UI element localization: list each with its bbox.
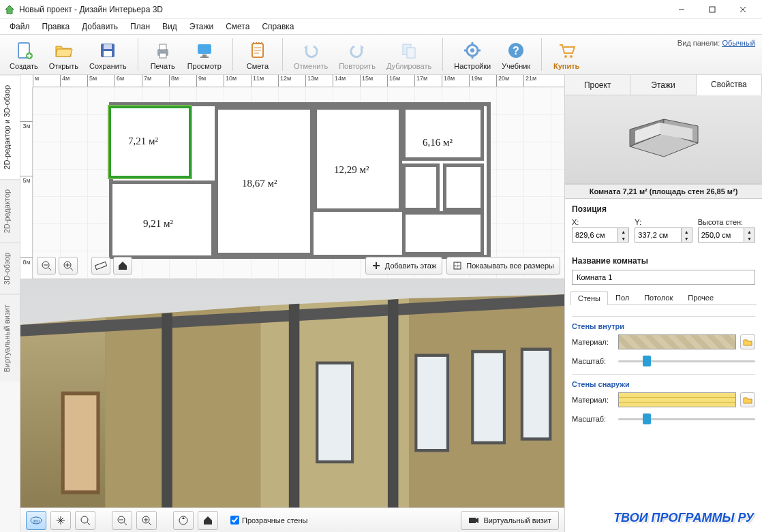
menu-estimate[interactable]: Смета bbox=[220, 20, 255, 33]
show-sizes-button[interactable]: Показывать все размеры bbox=[446, 257, 560, 275]
side-tab-2d[interactable]: 2D-редактор bbox=[0, 179, 20, 242]
preview-button[interactable]: Просмотр bbox=[182, 38, 227, 72]
menu-plan[interactable]: План bbox=[125, 20, 155, 33]
ruler-horizontal: м 4м 5м 6м 7м 8м 9м 10м 11м 12м 13м 14м … bbox=[33, 75, 564, 87]
browse-inner-material[interactable] bbox=[740, 334, 755, 349]
close-button[interactable] bbox=[727, 0, 758, 19]
plan-view[interactable]: м 4м 5м 6м 7м 8м 9м 10м 11м 12м 13м 14м … bbox=[20, 75, 564, 279]
home-button[interactable] bbox=[113, 257, 132, 275]
add-floor-button[interactable]: Добавить этаж bbox=[365, 257, 442, 275]
browse-outer-material[interactable] bbox=[740, 392, 755, 407]
menu-file[interactable]: Файл bbox=[4, 20, 35, 33]
svg-rect-11 bbox=[159, 53, 166, 58]
spin-down[interactable]: ▼ bbox=[618, 235, 628, 242]
bottom-toolbar: 360 Прозрачные стены Виртуальный визит bbox=[20, 507, 564, 532]
menu-edit[interactable]: Правка bbox=[37, 20, 76, 33]
home-3d-button[interactable] bbox=[198, 511, 218, 530]
buy-button[interactable]: Купить bbox=[547, 38, 585, 72]
zoom-in-3d[interactable] bbox=[136, 511, 157, 530]
height-input[interactable]: ▲▼ bbox=[698, 228, 755, 242]
walls-outside-heading: Стены снаружи bbox=[572, 380, 755, 388]
print-button[interactable]: Печать bbox=[144, 38, 182, 72]
x-input[interactable]: ▲▼ bbox=[572, 228, 629, 242]
room-name-input[interactable] bbox=[572, 270, 755, 285]
subtab-walls[interactable]: Стены bbox=[570, 291, 608, 305]
duplicate-icon bbox=[398, 40, 420, 61]
subtab-ceiling[interactable]: Потолок bbox=[637, 290, 680, 304]
svg-rect-7 bbox=[104, 44, 112, 49]
menu-add[interactable]: Добавить bbox=[76, 20, 123, 33]
subtab-other[interactable]: Прочее bbox=[680, 290, 721, 304]
room-area-5: 9,21 м² bbox=[143, 218, 173, 230]
zoom-out-button[interactable] bbox=[37, 257, 56, 275]
undo-button[interactable]: Отменить bbox=[288, 38, 333, 72]
room-title: Комната 7,21 м² (площадь стен 26,85 м²) bbox=[565, 184, 762, 199]
save-icon bbox=[97, 40, 119, 61]
inner-material-swatch[interactable] bbox=[618, 334, 736, 349]
monitor-icon bbox=[194, 40, 215, 61]
subtabs: Стены Пол Потолок Прочее bbox=[570, 290, 757, 305]
toolbar: Создать Открыть Сохранить Печать Просмот… bbox=[0, 34, 762, 75]
outer-material-swatch[interactable] bbox=[618, 392, 736, 407]
svg-line-57 bbox=[124, 522, 127, 525]
svg-point-27 bbox=[570, 55, 573, 58]
redo-button[interactable]: Повторить bbox=[333, 38, 381, 72]
reset-view-button[interactable] bbox=[173, 511, 194, 530]
cart-icon bbox=[555, 40, 577, 61]
spin-up[interactable]: ▲ bbox=[618, 228, 628, 235]
outer-scale-slider[interactable] bbox=[618, 411, 755, 426]
tab-floors[interactable]: Этажи bbox=[630, 75, 696, 95]
side-tab-2d3d[interactable]: 2D-редактор и 3D-обзор bbox=[0, 75, 20, 179]
subtab-floor[interactable]: Пол bbox=[608, 290, 637, 304]
maximize-button[interactable] bbox=[697, 0, 727, 19]
zoom-out-3d[interactable] bbox=[112, 511, 132, 530]
menu-help[interactable]: Справка bbox=[256, 20, 299, 33]
settings-button[interactable]: Настройки bbox=[448, 38, 496, 72]
folder-icon bbox=[743, 396, 752, 404]
pan-button[interactable] bbox=[50, 511, 71, 530]
estimate-button[interactable]: Смета bbox=[239, 38, 277, 72]
panel-mode-link[interactable]: Обычный bbox=[722, 39, 755, 47]
svg-rect-12 bbox=[198, 44, 211, 54]
tab-project[interactable]: Проект bbox=[565, 75, 630, 95]
zoom-button[interactable] bbox=[75, 511, 95, 530]
redo-icon bbox=[346, 40, 368, 61]
camera-icon bbox=[468, 516, 479, 525]
room-preview bbox=[565, 95, 762, 184]
open-button[interactable]: Открыть bbox=[44, 38, 84, 72]
duplicate-button[interactable]: Дублировать bbox=[381, 38, 437, 72]
measure-button[interactable] bbox=[91, 257, 110, 275]
tab-properties[interactable]: Свойства bbox=[697, 75, 762, 95]
y-input[interactable]: ▲▼ bbox=[635, 228, 692, 242]
side-tab-3d[interactable]: 3D-обзор bbox=[0, 242, 20, 294]
svg-point-19 bbox=[470, 48, 474, 52]
inner-scale-slider[interactable] bbox=[618, 354, 755, 369]
3d-view[interactable] bbox=[20, 279, 564, 507]
svg-line-54 bbox=[87, 522, 90, 525]
window-title: Новый проект - Дизайн Интерьера 3D bbox=[19, 5, 666, 14]
create-button[interactable]: Создать bbox=[4, 38, 44, 72]
svg-rect-63 bbox=[469, 518, 476, 523]
room-area-3: 18,67 м² bbox=[242, 178, 277, 189]
app-icon bbox=[4, 4, 15, 15]
ruler-vertical: 3м 5м 8м bbox=[20, 87, 33, 279]
room-name-heading: Название комнаты bbox=[572, 256, 755, 266]
svg-marker-43 bbox=[162, 313, 172, 507]
tutorial-button[interactable]: ?Учебник bbox=[496, 38, 536, 72]
transparent-walls-checkbox[interactable]: Прозрачные стены bbox=[230, 516, 307, 525]
menu-view[interactable]: Вид bbox=[157, 20, 183, 33]
svg-text:360: 360 bbox=[33, 519, 40, 523]
menu-floors[interactable]: Этажи bbox=[184, 20, 219, 33]
gear-icon bbox=[461, 40, 483, 61]
room-area-2: 6,16 м² bbox=[423, 137, 453, 148]
folder-open-icon bbox=[52, 40, 74, 61]
svg-text:?: ? bbox=[513, 45, 519, 57]
side-tab-virtual[interactable]: Виртуальный визит bbox=[0, 294, 20, 382]
svg-line-32 bbox=[70, 268, 73, 270]
save-button[interactable]: Сохранить bbox=[84, 38, 132, 72]
minimize-button[interactable] bbox=[666, 0, 697, 19]
help-icon: ? bbox=[505, 40, 527, 61]
zoom-in-button[interactable] bbox=[59, 257, 78, 275]
virtual-visit-button[interactable]: Виртуальный визит bbox=[461, 511, 559, 530]
orbit-button[interactable]: 360 bbox=[26, 511, 46, 530]
